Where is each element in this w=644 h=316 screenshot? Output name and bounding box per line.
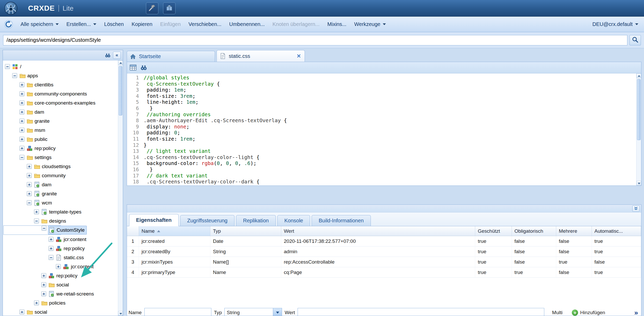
tree-node-community[interactable]: +community bbox=[3, 171, 117, 180]
refresh-icon[interactable] bbox=[4, 20, 13, 29]
expand-toggle-icon[interactable]: + bbox=[19, 119, 24, 123]
tree-node-clientlibs[interactable]: +clientlibs bbox=[3, 80, 117, 89]
property-type-select[interactable]: String bbox=[224, 308, 282, 316]
editor-scrollbar[interactable] bbox=[636, 73, 641, 186]
property-row-jcr-created[interactable]: 1jcr:createdDate2020-11-06T17:38:22.577+… bbox=[127, 236, 641, 246]
expand-toggle-icon[interactable]: + bbox=[19, 82, 24, 87]
property-value-input[interactable] bbox=[298, 308, 544, 316]
scroll-up-icon[interactable] bbox=[636, 73, 641, 78]
expand-toggle-icon[interactable]: + bbox=[49, 246, 53, 251]
chevron-down-icon[interactable] bbox=[273, 308, 282, 316]
column-header-gesch-tzt[interactable]: Geschützt bbox=[475, 226, 512, 236]
tree-node-social[interactable]: +social bbox=[3, 307, 117, 316]
tree-node-granite[interactable]: +granite bbox=[3, 116, 117, 126]
column-header-wert[interactable]: Wert bbox=[281, 226, 475, 236]
expand-toggle-icon[interactable]: + bbox=[27, 182, 32, 187]
expand-toggle-icon[interactable]: + bbox=[19, 137, 24, 142]
expand-toggle-icon[interactable]: + bbox=[19, 310, 24, 314]
tree-node-dam[interactable]: +dam bbox=[3, 107, 117, 116]
collapse-toggle-icon[interactable]: − bbox=[27, 200, 32, 205]
package-button[interactable] bbox=[163, 2, 176, 14]
tree-node-jcr-content[interactable]: +jcr:content bbox=[3, 262, 117, 271]
tab-zugriffssteuerung[interactable]: Zugriffssteuerung bbox=[180, 215, 234, 226]
tree-node-community-components[interactable]: +community-components bbox=[3, 89, 117, 98]
toolbar-button-werkzeuge[interactable]: Werkzeuge bbox=[351, 19, 389, 30]
toolbar-button-kopieren[interactable]: Kopieren bbox=[128, 19, 156, 30]
expand-toggle-icon[interactable]: + bbox=[27, 191, 32, 196]
property-name-input[interactable] bbox=[144, 308, 211, 316]
tree-node-social[interactable]: +social bbox=[3, 280, 117, 289]
find-icon[interactable] bbox=[105, 52, 111, 58]
tree-node-core-components-examples[interactable]: +core-components-examples bbox=[3, 98, 117, 107]
tree-node-policies[interactable]: +policies bbox=[3, 298, 117, 307]
expand-toggle-icon[interactable]: + bbox=[41, 291, 46, 296]
expand-toggle-icon[interactable]: + bbox=[19, 128, 24, 133]
tab-startseite[interactable]: Startseite bbox=[127, 51, 215, 62]
close-icon[interactable]: ✕ bbox=[296, 53, 301, 59]
collapse-toggle-icon[interactable]: − bbox=[34, 218, 39, 223]
path-input[interactable] bbox=[3, 35, 627, 45]
expand-toggle-icon[interactable]: + bbox=[34, 209, 39, 214]
tree-node-customstyle[interactable]: −CustomStyle bbox=[3, 225, 61, 235]
tab-static-css[interactable]: static.css✕ bbox=[217, 50, 305, 62]
toolbar-button-alle-speichern[interactable]: Alle speichern bbox=[17, 19, 62, 30]
tree-node-jcr-content[interactable]: +jcr:content bbox=[3, 235, 117, 244]
tree-node-rep-policy[interactable]: +rep:policy bbox=[3, 144, 117, 153]
find-in-file-icon[interactable] bbox=[140, 64, 147, 71]
property-row-jcr-mixintypes[interactable]: 3jcr:mixinTypesName[]rep:AccessControlla… bbox=[127, 257, 641, 267]
collapse-panel-icon[interactable] bbox=[632, 205, 640, 212]
tab-eigenschaften[interactable]: Eigenschaften bbox=[129, 214, 179, 226]
scrollbar-thumb[interactable] bbox=[119, 66, 122, 115]
tab-konsole[interactable]: Konsole bbox=[277, 215, 310, 226]
tree-node-item[interactable]: −/ bbox=[3, 62, 117, 71]
tree-node-settings[interactable]: −settings bbox=[3, 153, 117, 162]
tree-node-wcm[interactable]: −wcm bbox=[3, 198, 117, 207]
expand-toggle-icon[interactable]: + bbox=[56, 264, 61, 269]
tree-node-granite[interactable]: +granite bbox=[3, 189, 117, 198]
toolbar-button-verschieben[interactable]: Verschieben... bbox=[185, 19, 225, 30]
tab-replikation[interactable]: Replikation bbox=[236, 215, 276, 226]
column-header-name[interactable]: Name bbox=[139, 226, 210, 236]
column-header-automatisc[interactable]: Automatisc... bbox=[592, 226, 641, 236]
property-row-jcr-primarytype[interactable]: 4jcr:primaryTypeNamecq:Pagetruetruefalse… bbox=[127, 267, 641, 278]
go-to-path-button[interactable] bbox=[629, 35, 641, 45]
tools-hammer-button[interactable] bbox=[146, 2, 158, 14]
column-header-typ[interactable]: Typ bbox=[210, 226, 281, 236]
collapse-toggle-icon[interactable]: − bbox=[49, 255, 53, 260]
toolbar-button-erstellen[interactable]: Erstellen... bbox=[63, 19, 100, 30]
collapse-toggle-icon[interactable]: − bbox=[5, 64, 10, 69]
tree-node-cloudsettings[interactable]: +cloudsettings bbox=[3, 162, 117, 171]
column-header-obligatorisch[interactable]: Obligatorisch bbox=[512, 226, 556, 236]
expand-toggle-icon[interactable]: + bbox=[49, 237, 53, 242]
expand-toggle-icon[interactable]: + bbox=[34, 300, 39, 305]
toolbar-button-umbenennen[interactable]: Umbenennen... bbox=[226, 19, 268, 30]
expand-toggle-icon[interactable]: + bbox=[27, 173, 32, 178]
node-types-icon[interactable] bbox=[130, 64, 137, 71]
property-row-jcr-createdby[interactable]: 2jcr:createdByStringadmintruefalsefalset… bbox=[127, 246, 641, 257]
column-header-mehrere[interactable]: Mehrere bbox=[556, 226, 592, 236]
collapse-toggle-icon[interactable]: − bbox=[12, 73, 17, 78]
expand-toggle-icon[interactable]: + bbox=[41, 273, 46, 278]
tab-build-informationen[interactable]: Build-Informationen bbox=[312, 215, 371, 226]
more-options-button[interactable]: » bbox=[634, 309, 640, 316]
tree-node-rep-policy[interactable]: +rep:policy bbox=[3, 244, 117, 253]
tree-node-dam[interactable]: +dam bbox=[3, 180, 117, 189]
user-menu[interactable]: DEU@crx.default bbox=[591, 19, 640, 30]
toolbar-button-mixins[interactable]: Mixins... bbox=[324, 19, 350, 30]
expand-toggle-icon[interactable]: + bbox=[27, 164, 32, 169]
toolbar-button-l-schen[interactable]: Löschen bbox=[101, 19, 127, 30]
expand-toggle-icon[interactable]: + bbox=[19, 146, 24, 151]
tree-node-static-css[interactable]: −static.css bbox=[3, 253, 117, 262]
scroll-down-icon[interactable] bbox=[636, 181, 641, 186]
expand-toggle-icon[interactable]: + bbox=[19, 91, 24, 96]
scrollbar-thumb[interactable] bbox=[637, 79, 641, 140]
tree-node-rep-policy[interactable]: +rep:policy bbox=[3, 271, 117, 280]
code-text[interactable]: //global styles cq-Screens-textOverlay {… bbox=[142, 73, 641, 186]
tree-node-we-retail-screens[interactable]: +we-retail-screens bbox=[3, 289, 117, 298]
collapse-toggle-icon[interactable]: − bbox=[19, 155, 24, 160]
scroll-up-icon[interactable] bbox=[118, 60, 123, 65]
expand-toggle-icon[interactable]: + bbox=[41, 282, 46, 287]
tree-node-public[interactable]: +public bbox=[3, 135, 117, 144]
collapse-toggle-icon[interactable]: − bbox=[42, 226, 46, 231]
add-property-button[interactable]: + Hinzufügen bbox=[572, 310, 605, 316]
